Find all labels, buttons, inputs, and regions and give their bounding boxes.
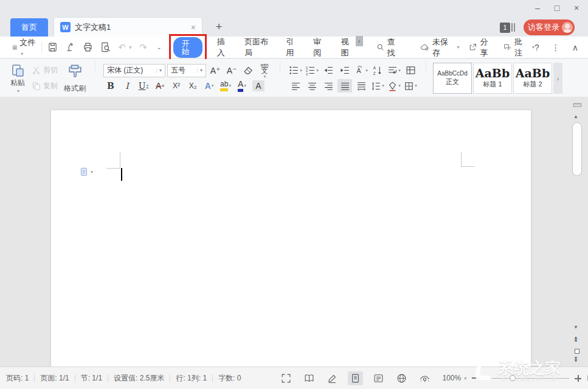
style-normal[interactable]: AaBbCcDd 正文 — [433, 63, 472, 94]
more-menu-icon[interactable]: ⋮ — [552, 43, 560, 52]
shading-button[interactable] — [387, 79, 401, 93]
indent-icon — [340, 65, 350, 75]
web-layout-button[interactable] — [394, 371, 409, 385]
distribute-button[interactable] — [354, 79, 368, 93]
bullet-list-button[interactable] — [288, 64, 303, 77]
cut-icon — [32, 66, 41, 75]
write-mode-button[interactable] — [325, 371, 340, 385]
tabs-overflow-icon[interactable]: › — [356, 36, 363, 46]
font-size-select[interactable]: 五号 — [167, 64, 206, 77]
font-name-select[interactable]: 宋体 (正文) — [103, 64, 165, 77]
read-layout-button[interactable] — [302, 371, 317, 385]
underline-button[interactable]: U — [136, 79, 151, 93]
strikethrough-button[interactable]: A — [153, 79, 167, 93]
new-tab-button[interactable]: + — [212, 19, 226, 34]
font-group: 宋体 (正文) 五号 A⁺ A⁻ wén 文 B I U A X² X₂ A a… — [101, 61, 274, 95]
select-browse-object-icon[interactable] — [575, 349, 579, 354]
borders-button[interactable] — [403, 79, 418, 93]
highlight-button[interactable]: ab — [220, 80, 228, 91]
format-painter-button[interactable]: 格式刷 — [60, 61, 89, 95]
align-center-button[interactable] — [305, 79, 319, 93]
ribbon-tab-references[interactable]: 引用 — [286, 37, 300, 58]
zoom-slider[interactable] — [484, 378, 569, 379]
zoom-level-select[interactable]: 100% — [442, 374, 466, 382]
char-shading-button[interactable]: A — [252, 80, 264, 91]
scrollbar-thumb[interactable] — [572, 122, 582, 176]
zoom-in-button[interactable] — [575, 375, 581, 382]
style-heading1[interactable]: AaBb 标题 1 — [473, 63, 512, 94]
customize-quick-access-icon[interactable]: ⌄ — [156, 44, 161, 51]
close-button[interactable]: × — [571, 2, 582, 13]
bold-button[interactable]: B — [103, 79, 118, 93]
guest-login-button[interactable]: 访客登录 — [524, 19, 575, 35]
help-button[interactable]: ? — [534, 43, 539, 52]
collapse-ribbon-icon[interactable]: ∧ — [572, 43, 578, 52]
style-name: 标题 2 — [523, 80, 542, 89]
find-button[interactable]: 查找 — [376, 37, 401, 58]
scroll-up-icon[interactable]: ▲ — [573, 114, 578, 119]
shrink-font-button[interactable]: A⁻ — [224, 64, 239, 77]
styles-more-button[interactable]: › — [553, 63, 562, 94]
ribbon-tab-review[interactable]: 审阅 — [313, 37, 327, 58]
superscript-button[interactable]: X² — [169, 79, 184, 93]
paste-button[interactable]: 粘贴 — [6, 61, 29, 95]
file-menu[interactable]: ≡ 文件 — [12, 37, 36, 57]
ruler-toggle-icon[interactable] — [573, 100, 582, 110]
numbered-list-button[interactable] — [305, 64, 319, 77]
share-button[interactable]: 分享 — [469, 37, 494, 58]
eye-protection-button[interactable] — [417, 371, 432, 385]
comment-label: 批注 — [514, 37, 528, 58]
font-color-button[interactable]: A — [238, 80, 243, 92]
save-icon[interactable] — [47, 42, 58, 52]
line-spacing-button[interactable] — [370, 79, 385, 93]
grow-font-button[interactable]: A⁺ — [208, 64, 223, 77]
zoom-slider-thumb[interactable] — [510, 375, 516, 381]
style-sample: AaBb — [476, 68, 510, 79]
increase-indent-button[interactable] — [337, 64, 352, 77]
zoom-out-button[interactable] — [472, 377, 479, 379]
print-layout-button[interactable] — [348, 371, 363, 385]
subscript-button[interactable]: X₂ — [185, 79, 200, 93]
style-heading2[interactable]: AaBb 标题 2 — [513, 63, 552, 94]
page-options-button[interactable]: ▾ — [80, 167, 93, 177]
align-left-button[interactable] — [288, 79, 303, 93]
outline-icon — [373, 373, 384, 384]
paragraph-marks-icon — [387, 65, 398, 75]
export-icon[interactable] — [65, 42, 75, 52]
chinese-layout-button[interactable] — [354, 64, 368, 77]
document-page[interactable] — [50, 110, 531, 389]
print-preview-icon[interactable] — [100, 42, 111, 52]
close-tab-icon[interactable]: × — [191, 23, 196, 32]
justify-button[interactable] — [337, 79, 352, 93]
search-icon — [376, 43, 384, 52]
page-view-icon — [350, 373, 361, 384]
fullscreen-view-button[interactable] — [278, 371, 294, 385]
next-page-icon[interactable]: ▼▼ — [573, 357, 578, 363]
paragraph-marks-button[interactable] — [387, 64, 401, 77]
home-tab[interactable]: 首页 — [10, 18, 48, 37]
pinyin-guide-button[interactable]: wén 文 — [257, 64, 272, 77]
align-right-button[interactable] — [321, 79, 336, 93]
previous-page-icon[interactable]: ▲▲ — [573, 337, 578, 342]
scroll-down-icon[interactable]: ▼ — [573, 324, 578, 330]
decrease-indent-button[interactable] — [321, 64, 336, 77]
status-page-number: 页码: 1 — [6, 373, 29, 384]
vertical-scrollbar[interactable]: ▲ ▼ ▲▲ ▼▼ — [570, 98, 585, 366]
sort-button[interactable] — [370, 64, 385, 77]
cloud-icon — [420, 42, 429, 52]
maximize-button[interactable]: □ — [552, 2, 562, 13]
outline-view-button[interactable] — [371, 371, 386, 385]
ribbon-tab-view[interactable]: 视图 › — [341, 37, 355, 58]
text-tools-button[interactable] — [403, 64, 418, 77]
window-stack-badge[interactable]: 1 — [500, 23, 515, 33]
minimize-button[interactable]: – — [532, 2, 543, 13]
comment-button[interactable]: 批注 — [503, 37, 534, 58]
text-effects-button[interactable]: A — [202, 79, 216, 93]
ribbon-tab-page-layout[interactable]: 页面布局 — [244, 37, 272, 58]
clear-format-button[interactable] — [241, 64, 255, 77]
italic-button[interactable]: I — [120, 79, 134, 93]
print-icon[interactable] — [83, 42, 93, 52]
ribbon-tab-home[interactable]: 开始 — [173, 37, 202, 58]
save-status-button[interactable]: 未保存 — [420, 37, 459, 58]
ribbon-tab-insert[interactable]: 插入 — [217, 37, 231, 58]
